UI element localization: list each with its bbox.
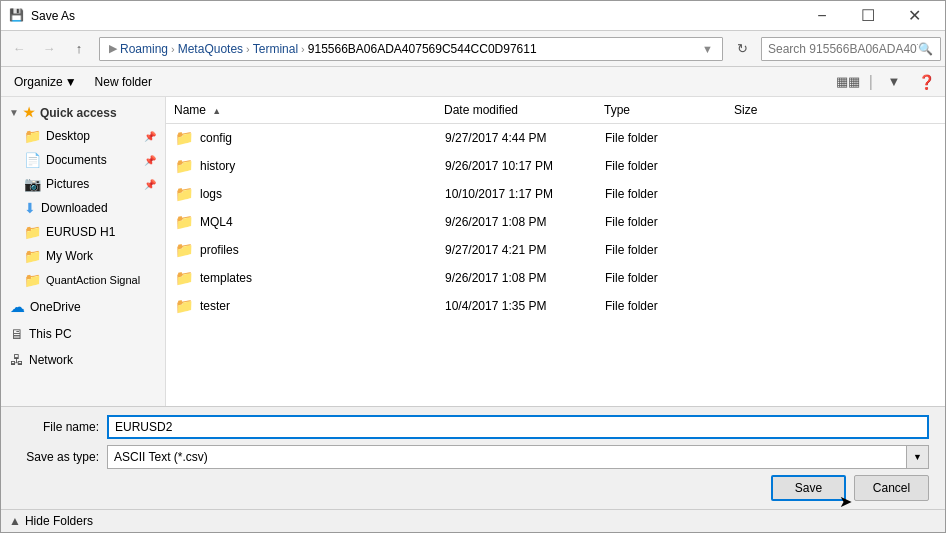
breadcrumb-metaquotes[interactable]: MetaQuotes bbox=[178, 42, 243, 56]
view-divider: | bbox=[869, 73, 873, 91]
help-button[interactable]: ❓ bbox=[915, 71, 937, 93]
filename-label: File name: bbox=[17, 420, 107, 434]
maximize-button[interactable]: ☐ bbox=[845, 1, 891, 31]
network-section: 🖧 Network bbox=[1, 348, 165, 372]
close-button[interactable]: ✕ bbox=[891, 1, 937, 31]
new-folder-label: New folder bbox=[95, 75, 152, 89]
table-row[interactable]: 📁 MQL4 9/26/2017 1:08 PM File folder bbox=[166, 208, 945, 236]
downloaded-folder-icon: ⬇ bbox=[24, 200, 36, 216]
organize-button[interactable]: Organize ▼ bbox=[9, 72, 82, 92]
breadcrumb-current: 915566BA06ADA407569C544CC0D97611 bbox=[308, 42, 537, 56]
sort-arrow-icon: ▲ bbox=[212, 106, 221, 116]
nav-toolbar: ← → ↑ ▶ Roaming › MetaQuotes › Terminal … bbox=[1, 31, 945, 67]
onedrive-label: OneDrive bbox=[30, 300, 81, 314]
breadcrumb-sep1: › bbox=[171, 43, 175, 55]
search-input[interactable] bbox=[768, 42, 918, 56]
table-row[interactable]: 📁 logs 10/10/2017 1:17 PM File folder bbox=[166, 180, 945, 208]
file-list-area: Name ▲ Date modified Type Size 📁 config bbox=[166, 97, 945, 406]
quantaction-label: QuantAction Signal bbox=[46, 274, 140, 286]
bottom-buttons: Save ➤ Cancel bbox=[17, 475, 929, 501]
new-folder-button[interactable]: New folder bbox=[90, 72, 157, 92]
file-size bbox=[727, 302, 807, 310]
filetype-dropdown-icon[interactable]: ▼ bbox=[906, 446, 928, 468]
file-type: File folder bbox=[597, 127, 727, 149]
breadcrumb-roaming[interactable]: Roaming bbox=[120, 42, 168, 56]
file-date: 10/4/2017 1:35 PM bbox=[437, 295, 597, 317]
thispc-label: This PC bbox=[29, 327, 72, 341]
file-name: history bbox=[200, 159, 235, 173]
thispc-section: 🖥 This PC bbox=[1, 322, 165, 346]
breadcrumb-terminal[interactable]: Terminal bbox=[253, 42, 298, 56]
view-dropdown-button[interactable]: ▼ bbox=[881, 70, 907, 94]
file-list: 📁 config 9/27/2017 4:44 PM File folder 📁… bbox=[166, 124, 945, 406]
forward-button[interactable]: → bbox=[35, 36, 63, 62]
hide-folders-arrow-icon: ▲ bbox=[9, 514, 21, 528]
downloaded-label: Downloaded bbox=[41, 201, 108, 215]
sidebar-item-eurusd[interactable]: 📁 EURUSD H1 bbox=[1, 220, 165, 244]
save-button[interactable]: Save ➤ bbox=[771, 475, 846, 501]
up-button[interactable]: ↑ bbox=[65, 36, 93, 62]
hide-folders-bar[interactable]: ▲ Hide Folders bbox=[1, 509, 945, 532]
eurusd-folder-icon: 📁 bbox=[24, 224, 41, 240]
file-date: 10/10/2017 1:17 PM bbox=[437, 183, 597, 205]
col-size-header[interactable]: Size bbox=[726, 99, 806, 121]
file-name: config bbox=[200, 131, 232, 145]
pictures-folder-icon: 📷 bbox=[24, 176, 41, 192]
eurusd-label: EURUSD H1 bbox=[46, 225, 115, 239]
file-date: 9/27/2017 4:44 PM bbox=[437, 127, 597, 149]
file-type: File folder bbox=[597, 155, 727, 177]
sidebar-item-thispc[interactable]: 🖥 This PC bbox=[1, 322, 165, 346]
file-name: logs bbox=[200, 187, 222, 201]
table-row[interactable]: 📁 history 9/26/2017 10:17 PM File folder bbox=[166, 152, 945, 180]
sidebar: ▼ ★ Quick access 📁 Desktop 📌 📄 Documents… bbox=[1, 97, 166, 406]
view-options-button[interactable]: ▦▦ bbox=[835, 70, 861, 94]
breadcrumb-dropdown-icon[interactable]: ▼ bbox=[702, 43, 713, 55]
window-icon: 💾 bbox=[9, 8, 25, 24]
sidebar-item-mywork[interactable]: 📁 My Work bbox=[1, 244, 165, 268]
col-name-header[interactable]: Name ▲ bbox=[166, 99, 436, 121]
folder-icon: 📁 bbox=[175, 213, 194, 231]
table-row[interactable]: 📁 tester 10/4/2017 1:35 PM File folder bbox=[166, 292, 945, 320]
filename-input[interactable] bbox=[107, 415, 929, 439]
sidebar-item-downloaded[interactable]: ⬇ Downloaded bbox=[1, 196, 165, 220]
refresh-button[interactable]: ↻ bbox=[729, 37, 755, 61]
quick-access-header[interactable]: ▼ ★ Quick access bbox=[1, 101, 165, 124]
folder-icon: 📁 bbox=[175, 241, 194, 259]
sidebar-item-network[interactable]: 🖧 Network bbox=[1, 348, 165, 372]
cancel-button[interactable]: Cancel bbox=[854, 475, 929, 501]
search-box: 🔍 bbox=[761, 37, 941, 61]
mywork-label: My Work bbox=[46, 249, 93, 263]
back-button[interactable]: ← bbox=[5, 36, 33, 62]
sidebar-item-desktop[interactable]: 📁 Desktop 📌 bbox=[1, 124, 165, 148]
col-date-header[interactable]: Date modified bbox=[436, 99, 596, 121]
sidebar-item-onedrive[interactable]: ☁ OneDrive bbox=[1, 294, 165, 320]
file-name: templates bbox=[200, 271, 252, 285]
file-type: File folder bbox=[597, 211, 727, 233]
minimize-button[interactable]: − bbox=[799, 1, 845, 31]
quick-access-star-icon: ★ bbox=[23, 105, 35, 120]
documents-folder-icon: 📄 bbox=[24, 152, 41, 168]
col-type-header[interactable]: Type bbox=[596, 99, 726, 121]
sidebar-item-pictures[interactable]: 📷 Pictures 📌 bbox=[1, 172, 165, 196]
sidebar-item-quantaction[interactable]: 📁 QuantAction Signal bbox=[1, 268, 165, 292]
breadcrumb-start: ▶ bbox=[109, 42, 117, 55]
save-as-dialog: 💾 Save As − ☐ ✕ ← → ↑ ▶ Roaming › MetaQu… bbox=[0, 0, 946, 533]
file-list-header: Name ▲ Date modified Type Size bbox=[166, 97, 945, 124]
table-row[interactable]: 📁 config 9/27/2017 4:44 PM File folder bbox=[166, 124, 945, 152]
folder-icon: 📁 bbox=[175, 129, 194, 147]
table-row[interactable]: 📁 templates 9/26/2017 1:08 PM File folde… bbox=[166, 264, 945, 292]
sidebar-item-documents[interactable]: 📄 Documents 📌 bbox=[1, 148, 165, 172]
network-label: Network bbox=[29, 353, 73, 367]
col-name-label: Name bbox=[174, 103, 206, 117]
breadcrumb-sep2: › bbox=[246, 43, 250, 55]
documents-pin-icon: 📌 bbox=[144, 155, 156, 166]
mywork-folder-icon: 📁 bbox=[24, 248, 41, 264]
file-name: MQL4 bbox=[200, 215, 233, 229]
filetype-select-wrapper: ASCII Text (*.csv) ▼ bbox=[107, 445, 929, 469]
file-size bbox=[727, 190, 807, 198]
file-type: File folder bbox=[597, 183, 727, 205]
file-name: tester bbox=[200, 299, 230, 313]
breadcrumb-bar: ▶ Roaming › MetaQuotes › Terminal › 9155… bbox=[99, 37, 723, 61]
save-label: Save bbox=[795, 481, 822, 495]
table-row[interactable]: 📁 profiles 9/27/2017 4:21 PM File folder bbox=[166, 236, 945, 264]
